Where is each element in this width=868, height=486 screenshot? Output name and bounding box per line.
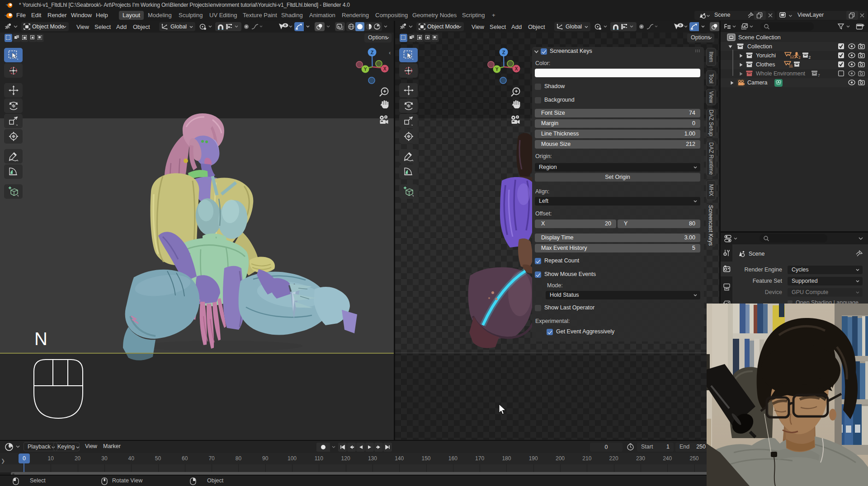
svg-text:2: 2 bbox=[809, 55, 811, 60]
svg-text:7: 7 bbox=[818, 73, 820, 78]
svg-text:Z: Z bbox=[371, 50, 374, 55]
svg-text:Y: Y bbox=[495, 67, 499, 72]
svg-text:X: X bbox=[515, 66, 518, 71]
svg-text:Z: Z bbox=[502, 50, 505, 55]
svg-text:Y: Y bbox=[364, 67, 367, 72]
svg-text:2: 2 bbox=[798, 55, 801, 60]
svg-text:12: 12 bbox=[790, 55, 794, 59]
svg-text:11: 11 bbox=[789, 64, 793, 68]
svg-text:X: X bbox=[383, 66, 387, 71]
